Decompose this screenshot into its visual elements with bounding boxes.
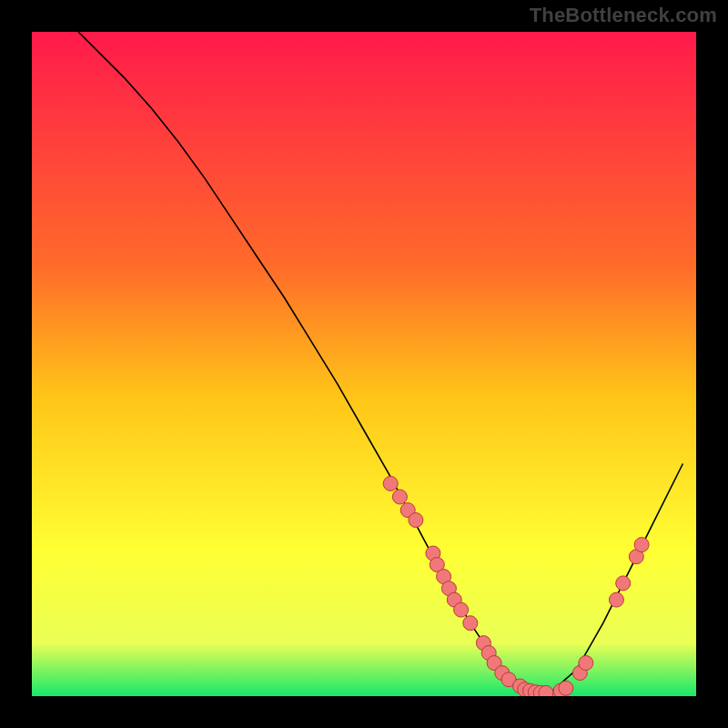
data-point (559, 681, 573, 695)
data-point (463, 616, 478, 631)
plot-area (32, 32, 696, 696)
data-point (409, 513, 423, 528)
gradient-background (32, 32, 696, 696)
data-point (634, 538, 649, 552)
chart-frame: TheBottleneck.com (0, 0, 728, 728)
data-point (454, 602, 469, 617)
data-point (392, 490, 407, 504)
data-point (609, 592, 623, 607)
data-point (579, 656, 593, 671)
data-point (539, 685, 553, 696)
watermark-text: TheBottleneck.com (530, 4, 717, 27)
plot-svg (32, 32, 696, 696)
data-point (616, 576, 631, 591)
data-point (383, 476, 398, 490)
